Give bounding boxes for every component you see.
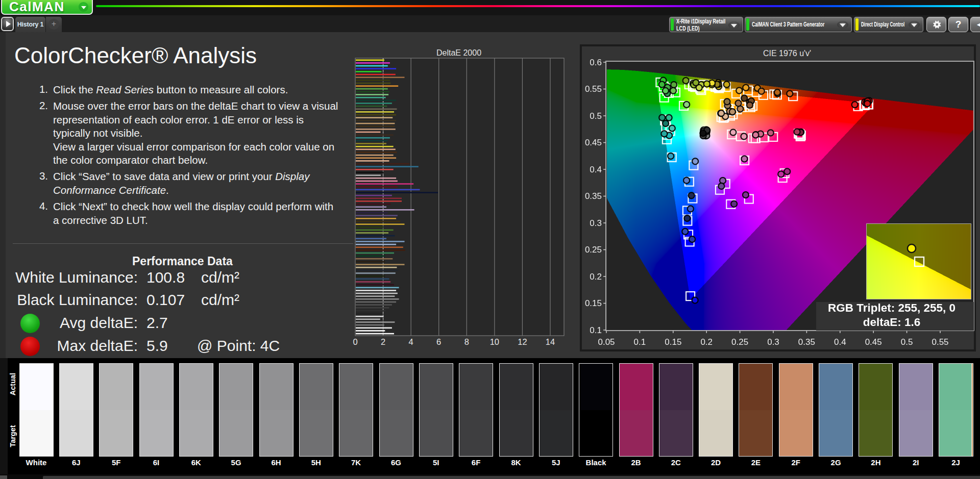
svg-text:0.55: 0.55	[932, 337, 948, 347]
svg-text:0.3: 0.3	[590, 218, 602, 228]
svg-text:0.35: 0.35	[798, 337, 815, 347]
svg-text:0.5: 0.5	[901, 337, 913, 347]
svg-text:10: 10	[490, 337, 499, 346]
svg-text:0.35: 0.35	[585, 191, 602, 201]
svg-text:0.25: 0.25	[731, 337, 748, 347]
svg-text:0.15: 0.15	[585, 298, 602, 308]
svg-text:2: 2	[381, 337, 385, 346]
svg-text:0.4: 0.4	[834, 337, 846, 347]
svg-text:0.05: 0.05	[598, 337, 615, 347]
svg-text:0.5: 0.5	[590, 111, 602, 121]
svg-text:14: 14	[546, 337, 555, 346]
svg-text:0.15: 0.15	[665, 337, 681, 347]
svg-text:0.45: 0.45	[865, 337, 882, 347]
svg-text:0.45: 0.45	[585, 138, 602, 147]
svg-text:0.25: 0.25	[585, 245, 602, 255]
svg-text:0.4: 0.4	[590, 165, 602, 174]
svg-text:6: 6	[436, 337, 441, 346]
svg-text:0.3: 0.3	[767, 337, 779, 347]
svg-text:12: 12	[518, 337, 527, 346]
svg-text:0.55: 0.55	[585, 84, 602, 94]
svg-text:0.1: 0.1	[590, 325, 602, 335]
svg-text:4: 4	[409, 337, 413, 346]
svg-text:0.2: 0.2	[590, 272, 602, 282]
svg-text:0.1: 0.1	[634, 337, 646, 347]
svg-text:0.2: 0.2	[700, 337, 713, 347]
svg-text:8: 8	[464, 337, 469, 346]
svg-text:0.6: 0.6	[590, 58, 602, 67]
svg-text:0: 0	[353, 337, 357, 346]
